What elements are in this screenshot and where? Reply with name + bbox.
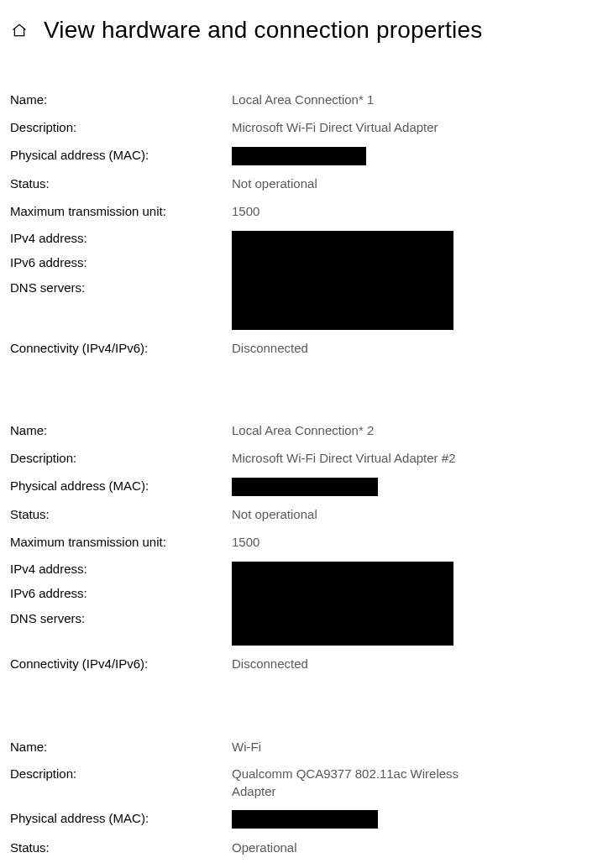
label-dns: DNS servers:	[10, 611, 232, 625]
content-area: Name: Local Area Connection* 1 Descripti…	[0, 51, 608, 856]
adapter-block: Name: Local Area Connection* 1 Descripti…	[10, 92, 608, 357]
value-mtu: 1500	[232, 534, 259, 551]
label-status: Status:	[10, 506, 232, 523]
label-name: Name:	[10, 92, 232, 108]
value-connectivity: Disconnected	[232, 340, 308, 357]
label-description: Description:	[10, 119, 232, 136]
value-description: Microsoft Wi-Fi Direct Virtual Adapter #…	[232, 450, 455, 467]
label-connectivity: Connectivity (IPv4/IPv6):	[10, 656, 232, 672]
value-status: Operational	[232, 839, 297, 856]
label-mac: Physical address (MAC):	[10, 147, 232, 164]
label-mac: Physical address (MAC):	[10, 478, 232, 494]
redacted-addresses	[232, 562, 453, 646]
redacted-mac	[232, 810, 378, 829]
page-title: View hardware and connection properties	[44, 15, 483, 44]
value-status: Not operational	[232, 175, 317, 192]
value-status: Not operational	[232, 506, 317, 523]
adapter-block: Name: Local Area Connection* 2 Descripti…	[10, 422, 608, 672]
label-ipv4: IPv4 address:	[10, 562, 232, 576]
redacted-mac	[232, 147, 366, 165]
label-mtu: Maximum transmission unit:	[10, 534, 232, 551]
label-mac: Physical address (MAC):	[10, 810, 232, 827]
label-ipv6: IPv6 address:	[10, 255, 232, 269]
value-connectivity: Disconnected	[232, 656, 308, 672]
redacted-addresses	[232, 231, 453, 330]
label-mtu: Maximum transmission unit:	[10, 203, 232, 220]
page-header: View hardware and connection properties	[0, 0, 608, 51]
value-name: Local Area Connection* 1	[232, 92, 374, 108]
label-name: Name:	[10, 739, 232, 756]
label-status: Status:	[10, 839, 232, 856]
home-icon[interactable]	[10, 21, 29, 39]
label-status: Status:	[10, 175, 232, 192]
label-ipv4: IPv4 address:	[10, 231, 232, 245]
value-description: Microsoft Wi-Fi Direct Virtual Adapter	[232, 119, 438, 136]
adapter-block: Name: Wi-Fi Description: Qualcomm QCA937…	[10, 739, 608, 857]
value-mtu: 1500	[232, 203, 259, 220]
label-ipv6: IPv6 address:	[10, 586, 232, 600]
label-description: Description:	[10, 450, 232, 467]
value-name: Local Area Connection* 2	[232, 422, 374, 439]
label-description: Description:	[10, 766, 232, 782]
value-name: Wi-Fi	[232, 739, 261, 756]
label-name: Name:	[10, 422, 232, 439]
value-description: Qualcomm QCA9377 802.11ac Wireless Adapt…	[232, 766, 492, 800]
label-dns: DNS servers:	[10, 280, 232, 295]
label-connectivity: Connectivity (IPv4/IPv6):	[10, 340, 232, 357]
redacted-mac	[232, 478, 378, 496]
